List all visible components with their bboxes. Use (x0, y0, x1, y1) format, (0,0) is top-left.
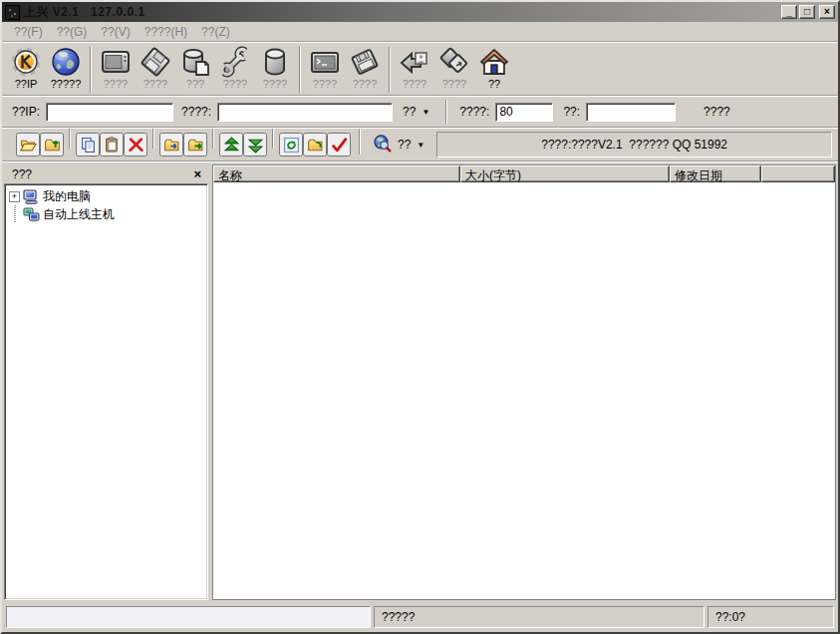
main-area: ??? × + 我的电脑 (2, 162, 838, 604)
go-button[interactable]: ???? (703, 105, 730, 119)
ip-label: ??IP: (12, 105, 40, 119)
password-label: ??: (563, 105, 580, 119)
toolbar-separator (152, 129, 154, 149)
column-header-name[interactable]: 名称 (213, 165, 460, 182)
menu-tools[interactable]: ??(G) (51, 23, 94, 41)
copy-to-folder-button[interactable] (183, 133, 207, 157)
sidebar-close-button[interactable]: × (190, 167, 204, 180)
tree-connector (7, 205, 20, 223)
menu-file[interactable]: ??(F) (8, 23, 49, 41)
back-photo-icon (399, 46, 430, 78)
window-title: 上兴 V2.1 127.0.0.1 (24, 4, 145, 21)
configure-ip-button[interactable]: ??IP (6, 45, 46, 91)
remote-screen-button[interactable]: ???? (96, 45, 136, 91)
tool-label: ???? (403, 78, 426, 90)
file-list-body[interactable] (213, 182, 835, 599)
ip-input[interactable] (46, 103, 173, 122)
expand-plus-icon[interactable]: + (9, 191, 20, 202)
tree-item-label[interactable]: 我的电脑 (43, 188, 91, 205)
chevron-down-icon: ▼ (417, 141, 424, 150)
target-input[interactable] (217, 103, 393, 122)
back-capture-button[interactable]: ???? (395, 45, 434, 91)
check-icon (331, 137, 348, 154)
tool-label: ???? (223, 78, 247, 90)
tree-item-my-computer[interactable]: + 我的电脑 (7, 187, 205, 205)
tree-item-label[interactable]: 自动上线主机 (43, 206, 115, 223)
globe-icon (50, 46, 82, 78)
terminal-button[interactable]: ???? (305, 45, 345, 91)
host-tree[interactable]: + 我的电脑 (4, 183, 208, 600)
monitor-icon (100, 46, 132, 78)
move-to-folder-icon (163, 137, 180, 154)
main-toolbar: ??IP ????? (2, 43, 838, 95)
folder-open-icon (20, 137, 37, 154)
download-arrows-icon (247, 137, 264, 154)
settings-wrench-button[interactable]: ???? (215, 45, 255, 91)
toolbar-separator (212, 129, 214, 149)
upload-arrows-icon (223, 137, 240, 154)
network-scan-button[interactable]: ????? (46, 45, 86, 91)
toolbar-separator (299, 47, 301, 93)
terminal-icon (309, 46, 341, 78)
file-disk-button[interactable]: ???? (136, 45, 175, 91)
toolbar-separator (445, 100, 447, 124)
status-speed-text: ??:0? (715, 610, 745, 624)
search-dropdown[interactable]: ?? ▼ (369, 132, 428, 158)
tool-label: ?? (488, 78, 500, 90)
layers-icon (438, 46, 470, 78)
menu-bar: ??(F) ??(G) ??(V) ????(H) ??(Z) (2, 22, 838, 41)
tool-label: ???? (313, 78, 337, 90)
status-speed: ??:0? (707, 606, 834, 628)
move-to-folder-button[interactable] (159, 133, 183, 157)
home-icon (478, 46, 510, 78)
wrench-icon (219, 46, 251, 78)
column-header-blank[interactable] (761, 165, 835, 182)
copy-button[interactable] (76, 133, 100, 157)
switch-layers-button[interactable]: ???? (434, 45, 474, 91)
database-file-icon (179, 46, 211, 78)
menu-view[interactable]: ??(V) (95, 23, 136, 41)
folder-upload-icon (44, 137, 61, 154)
tool-label: ??? (186, 78, 204, 90)
home-button[interactable]: ?? (474, 45, 514, 91)
minimize-button[interactable]: _ (781, 5, 797, 19)
copy-to-folder-icon (187, 137, 204, 154)
database-button[interactable]: ???? (255, 45, 295, 91)
menu-help[interactable]: ????(H) (139, 23, 193, 41)
paste-button[interactable] (100, 133, 124, 157)
column-header-size[interactable]: 大小(字节) (460, 165, 670, 182)
toolbar-separator (389, 47, 391, 93)
copy-icon (80, 137, 97, 154)
refresh-button[interactable] (279, 133, 303, 157)
title-bar[interactable]: 上兴 V2.1 127.0.0.1 _ □ × (2, 2, 838, 22)
refresh-icon (283, 137, 300, 154)
close-button[interactable]: × (819, 5, 835, 19)
download-button[interactable] (243, 133, 267, 157)
open-folder-button[interactable] (16, 133, 40, 157)
password-input[interactable] (586, 103, 676, 122)
chevron-down-icon: ▼ (421, 108, 429, 117)
port-input[interactable] (495, 103, 553, 122)
database-file-button[interactable]: ??? (175, 45, 215, 91)
disk-button[interactable]: ???? (345, 45, 385, 91)
upload-folder-button[interactable] (40, 133, 64, 157)
info-panel: ????:????V2.1 ?????? QQ 51992 (436, 132, 832, 158)
delete-button[interactable] (124, 133, 147, 157)
toolbar-separator (272, 129, 274, 149)
sidebar-panel: ??? × + 我的电脑 (4, 164, 208, 600)
database-icon (259, 46, 291, 78)
menu-about[interactable]: ??(Z) (195, 23, 236, 41)
toolbar-separator (69, 129, 71, 149)
gear-settings-icon (10, 46, 42, 78)
mode-dropdown[interactable]: ?? ▼ (399, 103, 433, 121)
file-list-panel: 名称 大小(字节) 修改日期 (212, 164, 836, 600)
app-icon[interactable] (5, 5, 20, 20)
column-header-date[interactable]: 修改日期 (670, 165, 761, 182)
mode-label: ?? (403, 105, 416, 119)
status-message: ????? (374, 606, 704, 628)
tree-item-online-hosts[interactable]: 自动上线主机 (7, 205, 205, 223)
maximize-button[interactable]: □ (799, 5, 815, 19)
upload-button[interactable] (219, 133, 243, 157)
confirm-button[interactable] (327, 133, 351, 157)
sync-folder-button[interactable] (303, 133, 327, 157)
